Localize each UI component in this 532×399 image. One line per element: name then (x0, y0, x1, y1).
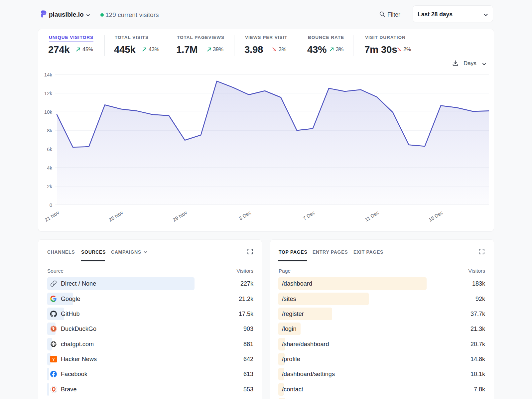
svg-text:0: 0 (50, 202, 52, 208)
svg-text:4k: 4k (47, 165, 52, 171)
svg-text:14k: 14k (44, 72, 53, 77)
svg-text:3 Dec: 3 Dec (238, 209, 252, 221)
svg-text:10k: 10k (44, 109, 53, 115)
svg-text:25 Nov: 25 Nov (108, 209, 124, 223)
svg-text:11 Dec: 11 Dec (364, 209, 380, 222)
svg-text:29 Nov: 29 Nov (172, 209, 188, 223)
svg-text:8k: 8k (47, 128, 52, 133)
svg-text:12k: 12k (44, 90, 53, 96)
svg-text:Y: Y (52, 357, 55, 362)
svg-text:21 Nov: 21 Nov (44, 209, 60, 223)
svg-text:7 Dec: 7 Dec (302, 209, 316, 221)
svg-text:2k: 2k (47, 184, 52, 189)
svg-text:6k: 6k (47, 146, 52, 152)
svg-text:15 Dec: 15 Dec (428, 209, 444, 223)
